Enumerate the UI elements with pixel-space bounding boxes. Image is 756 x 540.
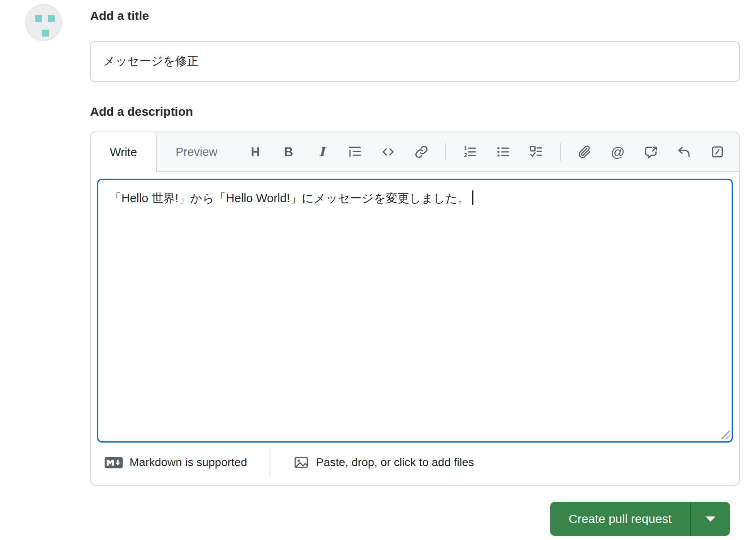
- bold-icon[interactable]: B: [279, 143, 298, 161]
- italic-icon[interactable]: I: [312, 143, 331, 161]
- create-options-dropdown[interactable]: [690, 502, 730, 536]
- markdown-editor: Write Preview H B I: [90, 132, 740, 486]
- quote-icon[interactable]: [346, 143, 364, 161]
- tab-preview[interactable]: Preview: [157, 132, 236, 171]
- text-cursor: [472, 190, 473, 205]
- form-actions: Create pull request: [90, 502, 740, 536]
- task-list-icon[interactable]: [527, 143, 545, 161]
- identicon-square: [42, 30, 49, 37]
- svg-text:1: 1: [464, 145, 467, 151]
- formatting-toolbar: H B I: [236, 132, 739, 171]
- chevron-down-icon: [706, 516, 715, 522]
- numbered-list-icon[interactable]: 12: [460, 143, 479, 161]
- attach-file-icon[interactable]: [575, 143, 594, 161]
- footer-divider: [270, 449, 270, 476]
- description-heading: Add a description: [90, 105, 740, 119]
- heading-icon[interactable]: H: [246, 143, 265, 161]
- toolbar-divider: [560, 143, 561, 161]
- markdown-supported-link[interactable]: Markdown is supported: [104, 456, 247, 469]
- create-pull-request-button-group: Create pull request: [550, 502, 730, 536]
- toolbar-divider: [445, 143, 446, 161]
- create-pull-request-button[interactable]: Create pull request: [550, 502, 690, 536]
- pull-request-form: Add a title Add a description Write Prev…: [0, 0, 756, 540]
- mention-icon[interactable]: @: [609, 143, 627, 161]
- svg-text:2: 2: [464, 152, 467, 158]
- attach-files-button[interactable]: Paste, drop, or click to add files: [293, 454, 474, 471]
- link-icon[interactable]: [412, 143, 431, 161]
- editor-header: Write Preview H B I: [91, 132, 739, 172]
- cross-reference-icon[interactable]: [642, 143, 660, 161]
- tab-write[interactable]: Write: [91, 132, 157, 172]
- bullet-list-icon[interactable]: [494, 143, 512, 161]
- editor-body: 「Hello 世界!」から「Hello World!」にメッセージを変更しました…: [91, 172, 739, 443]
- slash-commands-icon[interactable]: [708, 143, 727, 161]
- pr-title-input[interactable]: [90, 41, 740, 82]
- markdown-icon: [104, 457, 123, 469]
- saved-reply-icon[interactable]: [675, 143, 693, 161]
- code-icon[interactable]: [379, 143, 397, 161]
- description-text: 「Hello 世界!」から「Hello World!」にメッセージを変更しました…: [110, 192, 469, 205]
- user-avatar: [25, 4, 62, 41]
- resize-handle[interactable]: [718, 428, 730, 439]
- title-heading: Add a title: [90, 9, 740, 23]
- identicon-square: [48, 15, 55, 22]
- image-icon: [293, 454, 309, 471]
- editor-footer: Markdown is supported Paste, drop, or cl…: [91, 443, 739, 485]
- identicon-square: [35, 15, 42, 22]
- pr-description-textarea[interactable]: 「Hello 世界!」から「Hello World!」にメッセージを変更しました…: [97, 179, 733, 443]
